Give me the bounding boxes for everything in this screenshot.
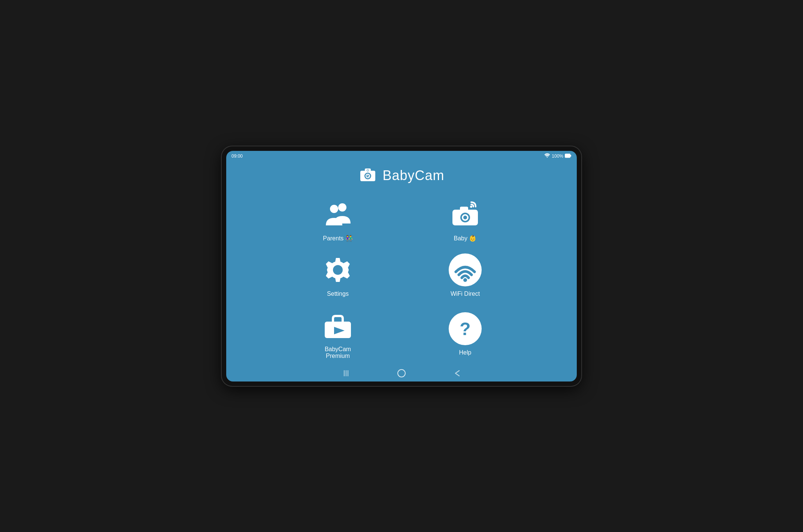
svg-rect-2 xyxy=(570,155,571,156)
battery-indicator: 100% xyxy=(552,153,563,159)
menu-item-help[interactable]: ? Help xyxy=(443,312,488,356)
menu-item-wifi-direct[interactable]: WiFi Direct xyxy=(443,253,488,297)
svg-point-14 xyxy=(330,205,338,213)
camera-wifi-icon xyxy=(448,197,482,231)
menu-label-baby: Baby 👶 xyxy=(454,235,477,242)
svg-point-15 xyxy=(470,206,472,208)
wifi-circle-icon xyxy=(448,253,482,287)
svg-rect-1 xyxy=(565,154,570,158)
menu-label-help: Help xyxy=(459,349,472,356)
home-button[interactable] xyxy=(396,368,407,379)
menu-label-parents: Parents 👫 xyxy=(323,235,353,242)
menu-item-baby[interactable]: Baby 👶 xyxy=(443,197,488,242)
app-logo-icon xyxy=(358,165,377,186)
briefcase-play-icon xyxy=(321,308,355,342)
gear-icon xyxy=(321,253,355,287)
tablet-screen: 09:00 100% xyxy=(226,151,577,381)
menu-grid: Parents 👫 xyxy=(315,197,488,359)
svg-point-23 xyxy=(463,278,467,282)
tablet-frame: 09:00 100% xyxy=(222,146,581,386)
menu-label-settings: Settings xyxy=(327,291,349,297)
svg-point-13 xyxy=(338,203,346,212)
recent-apps-button[interactable] xyxy=(341,368,351,379)
menu-item-parents[interactable]: Parents 👫 xyxy=(315,197,360,242)
app-header: BabyCam xyxy=(358,165,444,186)
back-button[interactable] xyxy=(452,368,462,379)
menu-item-premium[interactable]: BabyCamPremium xyxy=(315,308,360,359)
menu-label-premium: BabyCamPremium xyxy=(325,346,351,359)
app-title: BabyCam xyxy=(382,168,444,183)
nav-bar xyxy=(226,365,577,381)
status-icons: 100% xyxy=(544,153,572,159)
menu-item-settings[interactable]: Settings xyxy=(315,253,360,297)
svg-point-9 xyxy=(367,169,369,171)
svg-point-0 xyxy=(547,157,548,158)
svg-point-20 xyxy=(463,216,467,219)
status-time: 09:00 xyxy=(231,153,243,159)
help-circle-icon: ? xyxy=(448,312,482,346)
wifi-signal-icon xyxy=(544,153,550,159)
people-icon xyxy=(321,197,355,231)
svg-rect-17 xyxy=(460,207,468,211)
svg-text:?: ? xyxy=(460,319,470,339)
menu-label-wifi-direct: WiFi Direct xyxy=(451,291,480,297)
svg-point-21 xyxy=(333,265,343,275)
main-content: BabyCam Par xyxy=(226,161,577,365)
battery-icon xyxy=(565,153,572,159)
status-bar: 09:00 100% xyxy=(226,151,577,161)
